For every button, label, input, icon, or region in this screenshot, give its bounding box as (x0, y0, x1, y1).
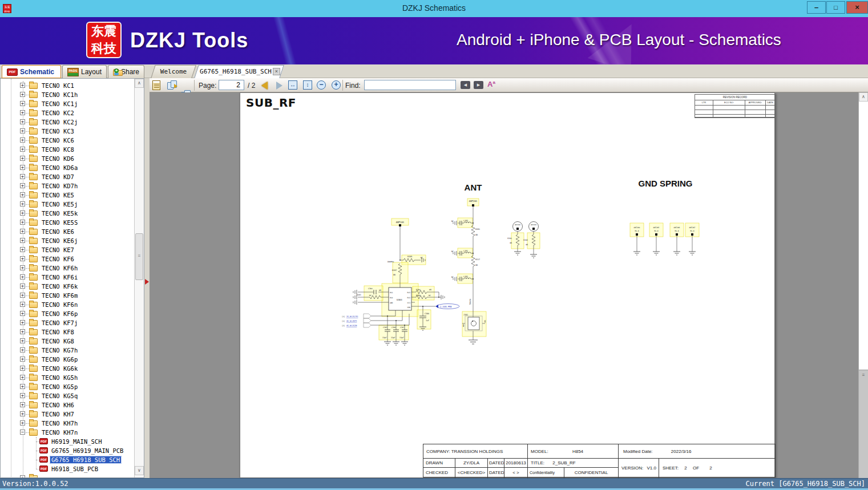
tree-folder-item[interactable]: +TECNO KE6 (1, 227, 134, 236)
tree-folder-item[interactable]: + (1, 473, 134, 477)
expand-toggle-icon[interactable]: + (20, 137, 25, 143)
expand-toggle-icon[interactable]: + (20, 302, 25, 307)
tree-file-item[interactable]: PDFH6919_MAIN_SCH (1, 437, 134, 446)
expand-toggle-icon[interactable]: + (20, 119, 25, 124)
doc-tab-current[interactable]: G6765_H6918_SUB_SCH × (194, 65, 284, 78)
tree-folder-item[interactable]: +TECNO KG8 (1, 337, 134, 346)
tab-layout[interactable]: PADS Layout (62, 65, 107, 78)
fit-page-button[interactable]: ↕ (303, 80, 312, 90)
tree-folder-item[interactable]: +TECNO KC3 (1, 127, 134, 136)
tree-folder-item[interactable]: +TECNO KD6 (1, 154, 134, 163)
expand-toggle-icon[interactable]: + (20, 411, 25, 416)
expand-toggle-icon[interactable]: + (20, 393, 25, 398)
previous-page-button[interactable] (261, 82, 268, 90)
minimize-button[interactable]: – (807, 1, 826, 14)
tree-file-item[interactable]: PDFH6918_SUB_PCB (1, 464, 134, 473)
tree-folder-item[interactable]: +TECNO KE7 (1, 245, 134, 254)
tree-folder-item[interactable]: +TECNO KC2 (1, 108, 134, 118)
sidebar-scrollbar[interactable]: ∧ ≡ ∨ (134, 79, 144, 477)
close-button[interactable]: × (846, 1, 868, 14)
tree-folder-item[interactable]: +TECNO KF8 (1, 327, 134, 337)
tree-folder-item[interactable]: +TECNO KC8 (1, 145, 134, 154)
tree-file-item[interactable]: PDFG6765_H6919_MAIN_PCB (1, 446, 134, 455)
expand-toggle-icon[interactable]: + (20, 293, 25, 298)
tab-share[interactable]: + Share (108, 65, 144, 78)
expand-toggle-icon[interactable]: − (20, 430, 25, 435)
expand-toggle-icon[interactable]: + (20, 210, 25, 216)
expand-toggle-icon[interactable]: + (20, 229, 25, 234)
expand-toggle-icon[interactable]: + (20, 366, 25, 371)
expand-toggle-icon[interactable]: + (20, 147, 25, 152)
tree-folder-item[interactable]: +TECNO KD7 (1, 172, 134, 181)
tree-folder-item[interactable]: +TECNO KD7h (1, 181, 134, 191)
expand-toggle-icon[interactable]: + (20, 247, 25, 252)
expand-toggle-icon[interactable]: + (20, 128, 25, 133)
expand-toggle-icon[interactable]: + (20, 101, 25, 106)
tree-folder-item[interactable]: +TECNO KF6m (1, 291, 134, 300)
expand-toggle-icon[interactable]: + (20, 265, 25, 270)
find-input[interactable] (364, 80, 456, 90)
tree-folder-item[interactable]: −TECNO KH7n (1, 428, 134, 437)
expand-toggle-icon[interactable]: + (20, 375, 25, 380)
tree-folder-item[interactable]: +TECNO KG5p (1, 382, 134, 391)
find-previous-icon[interactable]: ◀ (461, 81, 470, 89)
expand-toggle-icon[interactable]: + (20, 320, 25, 325)
tree-folder-item[interactable]: +TECNO KG6p (1, 355, 134, 364)
tab-close-icon[interactable]: × (273, 68, 280, 75)
tree-folder-item[interactable]: +TECNO KF6i (1, 273, 134, 282)
expand-toggle-icon[interactable]: + (20, 311, 25, 316)
tree-folder-item[interactable]: +TECNO KE5 (1, 191, 134, 200)
tree-folder-item[interactable]: +TECNO KC1 (1, 81, 134, 90)
scroll-up-button[interactable]: ∧ (859, 92, 868, 102)
page-view-icon[interactable] (152, 80, 160, 90)
scrollbar-thumb[interactable]: ≡ (135, 233, 143, 280)
tree-folder-item[interactable]: +TECNO KG6k (1, 364, 134, 373)
find-next-icon[interactable]: ▶ (474, 81, 483, 89)
tree-folder-item[interactable]: +TECNO KG5q (1, 391, 134, 400)
page-number-input[interactable] (219, 80, 244, 90)
expand-toggle-icon[interactable]: + (20, 174, 25, 179)
expand-toggle-icon[interactable]: + (20, 220, 25, 225)
expand-toggle-icon[interactable]: + (20, 183, 25, 188)
expand-toggle-icon[interactable]: + (20, 402, 25, 407)
expand-toggle-icon[interactable]: + (20, 165, 25, 170)
rotate-right-icon[interactable] (167, 80, 177, 90)
tree-folder-item[interactable]: +TECNO KG5h (1, 373, 134, 382)
scroll-up-button[interactable]: ∧ (135, 79, 144, 88)
expand-toggle-icon[interactable]: + (20, 338, 25, 343)
zoom-in-button[interactable]: + (332, 80, 341, 90)
document-scrollbar[interactable]: ∧ ≡ (858, 92, 868, 478)
tree-folder-item[interactable]: +TECNO KE5k (1, 209, 134, 218)
expand-toggle-icon[interactable]: + (20, 156, 25, 161)
fit-width-button[interactable]: ↔ (288, 80, 297, 90)
expand-toggle-icon[interactable]: + (20, 110, 25, 115)
scrollbar-thumb[interactable]: ≡ (859, 370, 868, 478)
zoom-out-button[interactable]: − (317, 80, 326, 90)
scroll-down-button[interactable]: ∨ (135, 466, 144, 475)
tree-folder-item[interactable]: +TECNO KC6 (1, 136, 134, 145)
tree-file-item[interactable]: PDFG6765_H6918_SUB_SCH (1, 455, 134, 464)
expand-toggle-icon[interactable]: + (20, 357, 25, 362)
tree-folder-item[interactable]: +TECNO KF6p (1, 309, 134, 318)
tree-folder-item[interactable]: +TECNO KF7j (1, 318, 134, 327)
font-size-icon[interactable]: Aa (487, 80, 495, 88)
maximize-button[interactable]: □ (826, 1, 845, 14)
tree-folder-item[interactable]: +TECNO KD6a (1, 163, 134, 172)
tree-folder-item[interactable]: +TECNO KC1h (1, 90, 134, 99)
tree-folder-item[interactable]: +TECNO KF6k (1, 282, 134, 291)
expand-toggle-icon[interactable]: + (20, 420, 25, 426)
expand-toggle-icon[interactable]: + (20, 238, 25, 243)
expand-toggle-icon[interactable]: + (20, 384, 25, 389)
tree-folder-item[interactable]: +TECNO KE5j (1, 200, 134, 209)
expand-toggle-icon[interactable]: + (20, 475, 25, 477)
expand-toggle-icon[interactable]: + (20, 284, 25, 289)
expand-toggle-icon[interactable]: + (20, 92, 25, 97)
doc-tab-welcome[interactable]: Welcome (151, 65, 196, 78)
tree-folder-item[interactable]: +TECNO KF6n (1, 300, 134, 309)
tree-folder-item[interactable]: +TECNO KC1j (1, 99, 134, 108)
next-page-button[interactable] (276, 82, 282, 90)
tree-folder-item[interactable]: +TECNO KH7 (1, 410, 134, 419)
tree-folder-item[interactable]: +TECNO KE6j (1, 236, 134, 245)
tab-schematic[interactable]: PDF Schematic (2, 65, 61, 78)
tree-folder-item[interactable]: +TECNO KH7h (1, 419, 134, 428)
